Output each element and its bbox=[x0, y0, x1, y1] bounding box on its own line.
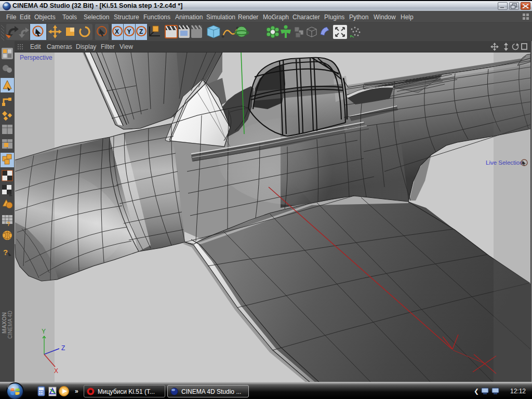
svg-text:X: X bbox=[115, 28, 119, 35]
svg-text:?: ? bbox=[7, 221, 10, 227]
svg-text:?: ? bbox=[3, 248, 8, 257]
svg-text:Z: Z bbox=[61, 344, 65, 352]
svg-text:Z: Z bbox=[139, 28, 143, 35]
svg-text:X: X bbox=[54, 367, 58, 375]
svg-text:CINEMA 4D: CINEMA 4D bbox=[7, 311, 13, 339]
svg-text:MAXON: MAXON bbox=[1, 312, 7, 334]
svg-text:Y: Y bbox=[127, 28, 131, 35]
svg-text:»: » bbox=[75, 388, 78, 395]
